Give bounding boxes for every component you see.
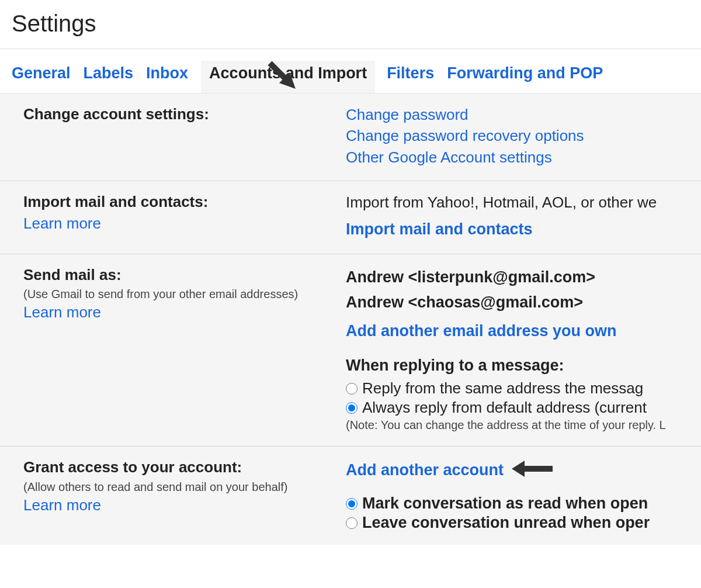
- send-mail-as-subtext: (Use Gmail to send from your other email…: [23, 288, 346, 301]
- section-send-mail-as: Send mail as: (Use Gmail to send from yo…: [0, 254, 701, 447]
- label-reply-same-address[interactable]: Reply from the same address the messag: [362, 379, 643, 397]
- tab-general[interactable]: General: [12, 61, 84, 93]
- section-change-account: Change account settings: Change password…: [0, 94, 701, 181]
- grant-access-subtext: (Allow others to read and send mail on y…: [23, 480, 346, 494]
- change-account-heading: Change account settings:: [23, 104, 346, 124]
- link-recovery-options[interactable]: Change password recovery options: [346, 125, 689, 146]
- section-grant-access: Grant access to your account: (Allow oth…: [0, 447, 701, 545]
- tab-labels[interactable]: Labels: [84, 61, 147, 93]
- label-reply-default-address[interactable]: Always reply from default address (curre…: [362, 399, 647, 417]
- import-mail-heading: Import mail and contacts:: [23, 192, 346, 212]
- link-add-another-account[interactable]: Add another account: [346, 459, 504, 482]
- link-import-mail-contacts[interactable]: Import mail and contacts: [346, 218, 689, 241]
- label-leave-unread[interactable]: Leave conversation unread when oper: [362, 514, 650, 532]
- radio-reply-same-address[interactable]: [346, 383, 358, 395]
- send-mail-addr-1: Andrew <listerpunk@gmail.com>: [346, 265, 689, 290]
- send-mail-as-heading: Send mail as:: [23, 265, 346, 285]
- radio-reply-default-address[interactable]: [346, 402, 358, 414]
- link-add-another-email[interactable]: Add another email address you own: [346, 320, 689, 343]
- svg-marker-3: [512, 461, 525, 477]
- import-mail-desc: Import from Yahoo!, Hotmail, AOL, or oth…: [346, 192, 689, 213]
- reply-heading: When replying to a message:: [346, 353, 689, 378]
- tab-accounts-import[interactable]: Accounts and Import: [201, 61, 375, 93]
- tab-filters[interactable]: Filters: [387, 61, 447, 93]
- tabs-bar: General Labels Inbox Accounts and Import…: [0, 49, 701, 94]
- grant-access-learn-more[interactable]: Learn more: [23, 496, 346, 514]
- reply-note: (Note: You can change the address at the…: [346, 417, 689, 433]
- arrow-left-icon: [509, 457, 555, 483]
- grant-access-heading: Grant access to your account:: [23, 457, 346, 478]
- link-other-google-settings[interactable]: Other Google Account settings: [346, 147, 689, 168]
- radio-mark-read[interactable]: [346, 498, 358, 510]
- tab-forwarding-pop[interactable]: Forwarding and POP: [447, 61, 616, 93]
- send-mail-addr-2: Andrew <chaosas@gmail.com>: [346, 290, 689, 315]
- link-change-password[interactable]: Change password: [346, 104, 689, 125]
- tab-inbox[interactable]: Inbox: [146, 61, 201, 93]
- send-mail-as-learn-more[interactable]: Learn more: [23, 303, 346, 321]
- import-mail-learn-more[interactable]: Learn more: [23, 215, 346, 233]
- section-import-mail: Import mail and contacts: Learn more Imp…: [0, 181, 701, 254]
- radio-leave-unread[interactable]: [346, 517, 358, 529]
- page-title: Settings: [0, 0, 701, 49]
- label-mark-read[interactable]: Mark conversation as read when open: [362, 494, 648, 513]
